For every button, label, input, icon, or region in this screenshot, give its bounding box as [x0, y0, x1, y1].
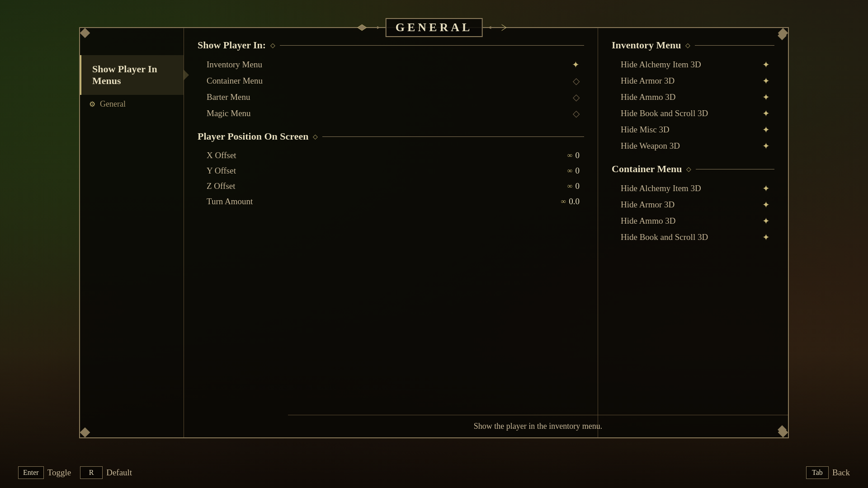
cont-hide-armor-label: Hide Armor 3D [621, 200, 675, 210]
turn-amount-label: Turn Amount [207, 197, 253, 206]
cont-hide-alchemy-label: Hide Alchemy Item 3D [621, 183, 701, 193]
z-offset-value: ∞ 0 [567, 181, 580, 191]
inventory-menu-label: Inventory Menu [207, 60, 262, 70]
hide-weapon-label: Hide Weapon 3D [621, 141, 680, 151]
magic-menu-row[interactable]: Magic Menu ◇ [198, 105, 584, 122]
hide-book-toggle[interactable]: ✦ [762, 108, 770, 119]
y-offset-value: ∞ 0 [567, 166, 580, 176]
toggle-label: Toggle [47, 468, 71, 478]
cont-deco-icon: ◇ [686, 165, 691, 173]
hide-alchemy-label: Hide Alchemy Item 3D [621, 60, 701, 70]
barter-menu-label: Barter Menu [207, 92, 250, 102]
cont-hide-ammo-row[interactable]: Hide Ammo 3D ✦ [612, 213, 774, 229]
cont-hide-ammo-toggle[interactable]: ✦ [762, 216, 770, 226]
turn-amount-row[interactable]: Turn Amount ∞ 0.0 [198, 194, 584, 209]
left-panel: Show Player In: ◇ Inventory Menu ✦ Conta… [184, 28, 598, 437]
hide-ammo-row[interactable]: Hide Ammo 3D ✦ [612, 89, 774, 105]
y-offset-icon: ∞ [567, 167, 572, 175]
z-offset-icon: ∞ [567, 182, 572, 190]
turn-amount-number: 0.0 [569, 197, 580, 206]
magic-menu-label: Magic Menu [207, 108, 251, 118]
container-menu-toggle[interactable]: ◇ [573, 75, 580, 86]
y-offset-row[interactable]: Y Offset ∞ 0 [198, 163, 584, 178]
y-offset-label: Y Offset [207, 166, 236, 176]
right-controls: Tab Back [806, 466, 850, 479]
hide-misc-row[interactable]: Hide Misc 3D ✦ [612, 122, 774, 138]
barter-menu-toggle[interactable]: ◇ [573, 92, 580, 103]
turn-amount-value: ∞ 0.0 [561, 197, 580, 206]
sidebar: Show Player In Menus ⚙ General [80, 28, 184, 437]
hide-armor-toggle[interactable]: ✦ [762, 75, 770, 86]
z-offset-number: 0 [576, 181, 580, 191]
x-offset-value: ∞ 0 [567, 150, 580, 160]
cont-hide-armor-toggle[interactable]: ✦ [762, 199, 770, 210]
inventory-menu-section-header: Inventory Menu ◇ [612, 39, 774, 51]
hide-armor-label: Hide Armor 3D [621, 76, 675, 86]
hide-book-row[interactable]: Hide Book and Scroll 3D ✦ [612, 105, 774, 122]
show-player-section-header: Show Player In: ◇ [198, 39, 584, 51]
inventory-menu-section-title: Inventory Menu [612, 39, 681, 51]
container-menu-row[interactable]: Container Menu ◇ [198, 73, 584, 89]
scrollbar-top-deco [778, 31, 787, 40]
cont-hide-book-label: Hide Book and Scroll 3D [621, 232, 708, 242]
x-offset-row[interactable]: X Offset ∞ 0 [198, 148, 584, 163]
inventory-menu-toggle[interactable]: ✦ [572, 59, 580, 70]
cont-hide-ammo-label: Hide Ammo 3D [621, 216, 675, 226]
show-player-title: Show Player In: [198, 39, 266, 51]
r-key: R [80, 466, 103, 479]
hide-alchemy-row[interactable]: Hide Alchemy Item 3D ✦ [612, 56, 774, 73]
x-offset-number: 0 [576, 150, 580, 160]
inventory-menu-row[interactable]: Inventory Menu ✦ [198, 56, 584, 73]
y-offset-number: 0 [576, 166, 580, 176]
enter-key: Enter [18, 466, 44, 479]
hide-weapon-row[interactable]: Hide Weapon 3D ✦ [612, 138, 774, 154]
bottom-controls: Enter Toggle R Default Tab Back [0, 466, 868, 479]
position-section-line [322, 136, 584, 137]
gear-icon: ⚙ [89, 100, 95, 108]
hide-misc-label: Hide Misc 3D [621, 125, 670, 135]
cont-hide-book-toggle[interactable]: ✦ [762, 232, 770, 243]
tab-back-control: Tab Back [806, 466, 850, 479]
magic-menu-toggle[interactable]: ◇ [573, 108, 580, 119]
main-dialog: GENERAL Show Player In Menus ⚙ General S… [79, 27, 789, 438]
z-offset-row[interactable]: Z Offset ∞ 0 [198, 178, 584, 194]
hide-alchemy-toggle[interactable]: ✦ [762, 59, 770, 70]
player-position-title: Player Position On Screen [198, 131, 308, 142]
hide-weapon-toggle[interactable]: ✦ [762, 141, 770, 151]
cont-hide-armor-row[interactable]: Hide Armor 3D ✦ [612, 197, 774, 213]
right-panel: Inventory Menu ◇ Hide Alchemy Item 3D ✦ … [598, 28, 788, 437]
hide-armor-row[interactable]: Hide Armor 3D ✦ [612, 73, 774, 89]
container-menu-section-title: Container Menu [612, 163, 682, 175]
section-line [280, 45, 584, 46]
left-controls: Enter Toggle R Default [18, 466, 132, 479]
hide-misc-toggle[interactable]: ✦ [762, 124, 770, 135]
hide-ammo-toggle[interactable]: ✦ [762, 92, 770, 103]
sidebar-item-label: Show Player In Menus [92, 63, 175, 87]
enter-toggle-control: Enter Toggle [18, 466, 71, 479]
cont-hide-book-row[interactable]: Hide Book and Scroll 3D ✦ [612, 229, 774, 245]
tab-key: Tab [806, 466, 829, 479]
cont-hide-alchemy-row[interactable]: Hide Alchemy Item 3D ✦ [612, 180, 774, 197]
x-offset-label: X Offset [207, 150, 236, 160]
inv-deco-icon: ◇ [685, 42, 690, 49]
position-deco-icon: ◇ [313, 133, 318, 141]
status-text: Show the player in the inventory menu. [474, 422, 602, 431]
inv-section-line [695, 45, 774, 46]
turn-amount-icon: ∞ [561, 197, 566, 206]
sidebar-sub-item-label: General [100, 99, 126, 109]
status-bar: Show the player in the inventory menu. [288, 415, 788, 437]
container-menu-label: Container Menu [207, 76, 263, 86]
content-area: Show Player In: ◇ Inventory Menu ✦ Conta… [184, 28, 788, 437]
sidebar-selected-item[interactable]: Show Player In Menus [80, 55, 184, 95]
default-label: Default [106, 468, 132, 478]
r-default-control: R Default [80, 466, 132, 479]
container-menu-section-header: Container Menu ◇ [612, 163, 774, 175]
z-offset-label: Z Offset [207, 181, 236, 191]
cont-section-line [696, 169, 774, 169]
hide-ammo-label: Hide Ammo 3D [621, 92, 675, 102]
sidebar-item-general[interactable]: ⚙ General [80, 95, 184, 113]
x-offset-icon: ∞ [567, 151, 572, 160]
cont-hide-alchemy-toggle[interactable]: ✦ [762, 183, 770, 194]
barter-menu-row[interactable]: Barter Menu ◇ [198, 89, 584, 105]
hide-book-label: Hide Book and Scroll 3D [621, 108, 708, 118]
